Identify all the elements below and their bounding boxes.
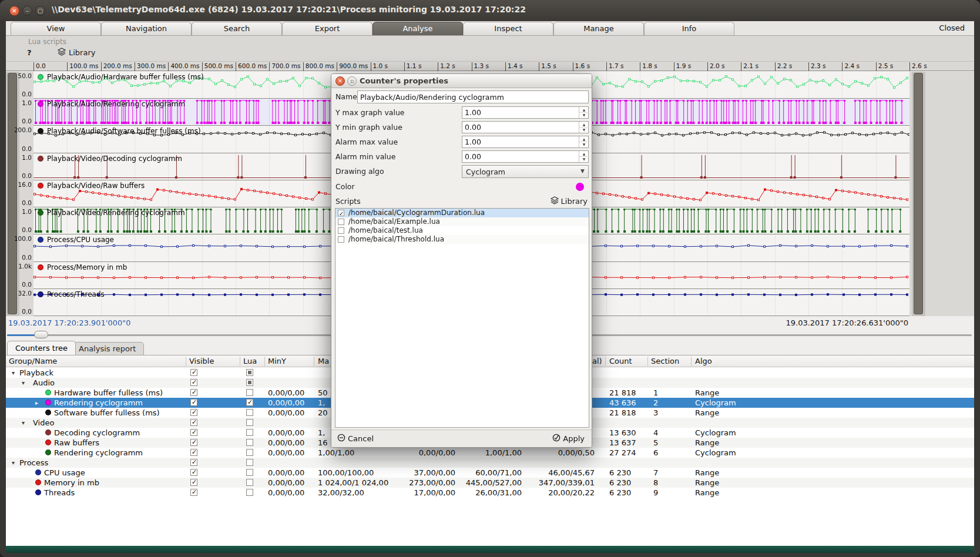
column-header-miny[interactable]: MinY (268, 357, 286, 365)
name-field[interactable] (357, 90, 589, 103)
row-visible-checkbox[interactable] (190, 419, 197, 426)
table-row[interactable]: Memory in mb0,00/0,001 024,00/1 024,0027… (6, 478, 974, 488)
slider-handle[interactable] (34, 331, 48, 338)
spinner-buttons[interactable]: ▲▼ (579, 136, 588, 147)
row-visible-checkbox[interactable] (190, 429, 197, 436)
row-visible-checkbox[interactable] (190, 409, 197, 416)
spin-down-icon[interactable]: ▼ (579, 127, 589, 132)
row-lua-checkbox[interactable] (246, 469, 253, 476)
tree-expand-arrow[interactable]: ▸ (35, 398, 38, 408)
tab-navigation[interactable]: Navigation (101, 22, 192, 35)
script-checkbox[interactable] (338, 219, 344, 225)
row-lua-checkbox[interactable] (246, 369, 253, 376)
tree-collapse-arrow[interactable]: ▾ (12, 458, 15, 468)
row-visible-checkbox[interactable] (190, 369, 197, 376)
row-visible-checkbox[interactable] (190, 469, 197, 476)
tab-view[interactable]: View (11, 22, 101, 35)
spin-down-icon[interactable]: ▼ (579, 112, 589, 118)
alarm-min-field[interactable] (462, 150, 589, 163)
row-lua-checkbox[interactable] (246, 399, 253, 406)
tab-search[interactable]: Search (192, 22, 282, 35)
spin-down-icon[interactable]: ▼ (579, 142, 589, 147)
y-min-field[interactable] (462, 121, 589, 133)
library-button[interactable]: Library (58, 48, 95, 58)
table-row[interactable]: ▾Process (6, 458, 974, 468)
table-row[interactable]: Threads0,00/0,0032,00/32,0017,00/0,0026,… (6, 488, 974, 498)
row-visible-checkbox[interactable] (190, 379, 197, 386)
column-header-visible[interactable]: Visible (189, 357, 214, 365)
column-header-groupname[interactable]: Group/Name (9, 357, 57, 365)
tab-manage[interactable]: Manage (553, 22, 644, 35)
minimize-icon[interactable]: – (22, 6, 32, 16)
tab-info[interactable]: Info (644, 22, 734, 35)
script-item[interactable]: /home/baical/test.lua (335, 226, 589, 235)
row-lua-checkbox[interactable] (246, 449, 253, 456)
row-lua-checkbox[interactable] (246, 379, 253, 386)
script-item[interactable]: /home/baical/Threshold.lua (335, 235, 589, 244)
row-visible-checkbox[interactable] (190, 449, 197, 456)
row-lua-checkbox[interactable] (246, 459, 253, 466)
tab-analysis-report[interactable]: Analysis report (71, 342, 144, 355)
row-lua-checkbox[interactable] (246, 439, 253, 446)
tab-export[interactable]: Export (282, 22, 372, 35)
row-visible-checkbox[interactable] (190, 489, 197, 496)
row-lua-checkbox[interactable] (246, 429, 253, 436)
table-row[interactable]: CPU usage0,00/0,00100,00/100,0037,00/0,0… (6, 468, 974, 478)
drawing-algo-select[interactable]: Cyclogram ▼ (462, 165, 589, 178)
tab-counters-tree[interactable]: Counters tree (7, 341, 76, 355)
row-visible-checkbox[interactable] (190, 459, 197, 466)
y-min-label: 0.0 (6, 226, 32, 233)
script-checkbox[interactable] (338, 227, 344, 234)
drawing-algo-row: Drawing algo Cyclogram ▼ (335, 165, 589, 180)
counter-color-dot (35, 479, 41, 485)
tab-analyse[interactable]: Analyse (372, 22, 463, 35)
y-max-field[interactable] (462, 106, 589, 119)
scripts-library-button[interactable]: Library (551, 196, 588, 206)
column-header-algo[interactable]: Algo (695, 357, 712, 365)
help-button[interactable]: ? (27, 48, 32, 57)
tree-collapse-arrow[interactable]: ▾ (22, 378, 25, 388)
row-visible-checkbox[interactable] (190, 439, 197, 446)
color-swatch[interactable] (576, 183, 584, 191)
left-scrollbar[interactable] (6, 72, 19, 316)
table-row[interactable]: Rendering cyclogramm0,00/0,001,00/1,000,… (6, 448, 974, 458)
maximize-icon[interactable]: ▢ (35, 6, 45, 16)
column-header-al[interactable]: al) (592, 357, 602, 365)
dialog-close-icon[interactable]: ✕ (335, 76, 345, 86)
spinner-buttons[interactable]: ▲▼ (579, 151, 588, 162)
row-lua-checkbox[interactable] (246, 489, 253, 496)
script-checkbox[interactable] (338, 210, 344, 216)
close-icon[interactable]: ✕ (9, 6, 19, 16)
cancel-button[interactable]: Cancel (337, 434, 374, 444)
left-scrollbar-thumb[interactable] (8, 73, 17, 314)
row-visible-checkbox[interactable] (190, 479, 197, 486)
script-checkbox[interactable] (338, 236, 344, 243)
row-visible-checkbox[interactable] (190, 389, 197, 396)
right-scrollbar[interactable] (912, 72, 925, 316)
spinner-buttons[interactable]: ▲▼ (579, 122, 588, 133)
script-item[interactable]: /home/baical/Example.lua (335, 217, 589, 226)
row-lua-checkbox[interactable] (246, 479, 253, 486)
closed-label[interactable]: Closed (939, 24, 965, 32)
row-visible-checkbox[interactable] (190, 399, 197, 406)
row-lua-checkbox[interactable] (246, 419, 253, 426)
column-header-section[interactable]: Section (651, 357, 679, 365)
timeline-ruler[interactable]: 0.0100.0 ms200.0 ms300.0 ms400.0 ms500.0… (6, 61, 974, 71)
tree-collapse-arrow[interactable]: ▾ (22, 418, 25, 428)
apply-button[interactable]: Apply (552, 434, 585, 444)
column-header-count[interactable]: Count (609, 357, 632, 365)
dialog-restore-icon[interactable]: ▫ (347, 76, 357, 86)
spinner-buttons[interactable]: ▲▼ (579, 107, 588, 118)
ruler-tick: 1.2 s (438, 62, 455, 71)
row-lua-checkbox[interactable] (246, 389, 253, 396)
tab-inspect[interactable]: Inspect (463, 22, 553, 35)
alarm-max-field[interactable] (462, 136, 589, 148)
right-scrollbar-thumb[interactable] (914, 73, 923, 314)
row-lua-checkbox[interactable] (246, 409, 253, 416)
spin-down-icon[interactable]: ▼ (579, 156, 589, 162)
tree-collapse-arrow[interactable]: ▾ (12, 368, 15, 378)
count-cell: 6 230 (609, 478, 631, 488)
column-header-ma[interactable]: Ma (318, 357, 329, 365)
column-header-lua[interactable]: Lua (243, 357, 257, 365)
script-item[interactable]: /home/baical/CyclogrammDuration.lua (335, 209, 589, 217)
